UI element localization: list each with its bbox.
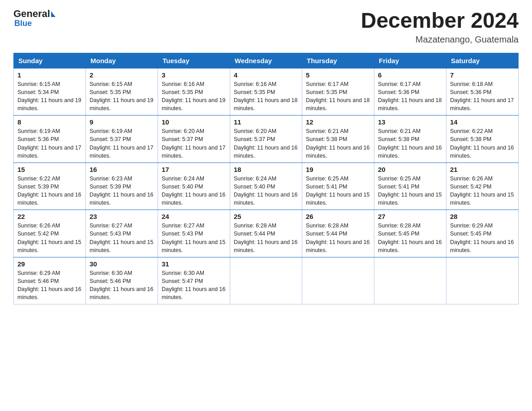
day-number: 4 [234, 71, 298, 79]
logo-general-text: General [13, 9, 50, 19]
day-info: Sunrise: 6:20 AMSunset: 5:37 PMDaylight:… [234, 128, 297, 158]
day-number: 19 [306, 166, 370, 173]
logo-area: General Blue [13, 9, 56, 28]
day-number: 23 [90, 213, 154, 220]
calendar-week-3: 15Sunrise: 6:22 AMSunset: 5:39 PMDayligh… [14, 163, 519, 210]
logo-blue-text: Blue [13, 19, 32, 28]
day-info: Sunrise: 6:28 AMSunset: 5:45 PMDaylight:… [378, 223, 442, 253]
day-number: 31 [162, 260, 226, 268]
day-info: Sunrise: 6:18 AMSunset: 5:36 PMDaylight:… [450, 81, 514, 111]
day-number: 3 [162, 71, 226, 79]
weekday-header-wednesday: Wednesday [230, 53, 302, 68]
day-number: 7 [450, 71, 515, 79]
page-header: General Blue December 2024 Mazatenango, … [13, 9, 519, 45]
day-info: Sunrise: 6:19 AMSunset: 5:36 PMDaylight:… [17, 128, 81, 158]
day-number: 20 [378, 166, 442, 173]
calendar-cell: 11Sunrise: 6:20 AMSunset: 5:37 PMDayligh… [230, 116, 302, 163]
day-number: 26 [306, 213, 370, 220]
calendar-cell: 23Sunrise: 6:27 AMSunset: 5:43 PMDayligh… [86, 210, 158, 257]
calendar-cell [302, 257, 374, 304]
calendar-cell: 12Sunrise: 6:21 AMSunset: 5:38 PMDayligh… [302, 116, 374, 163]
calendar-cell: 9Sunrise: 6:19 AMSunset: 5:37 PMDaylight… [86, 116, 158, 163]
day-number: 22 [17, 213, 82, 220]
day-number: 27 [378, 213, 442, 220]
day-info: Sunrise: 6:30 AMSunset: 5:47 PMDaylight:… [162, 270, 225, 300]
day-number: 21 [450, 166, 515, 173]
calendar-cell: 14Sunrise: 6:22 AMSunset: 5:38 PMDayligh… [446, 116, 519, 163]
calendar-cell: 31Sunrise: 6:30 AMSunset: 5:47 PMDayligh… [158, 257, 230, 304]
day-number: 18 [234, 166, 298, 173]
calendar-cell: 5Sunrise: 6:17 AMSunset: 5:35 PMDaylight… [302, 68, 374, 116]
day-number: 25 [234, 213, 298, 220]
calendar-cell [446, 257, 519, 304]
month-title: December 2024 [361, 9, 519, 33]
calendar-cell: 2Sunrise: 6:15 AMSunset: 5:35 PMDaylight… [86, 68, 158, 116]
day-info: Sunrise: 6:17 AMSunset: 5:36 PMDaylight:… [378, 81, 442, 111]
calendar-cell [230, 257, 302, 304]
day-info: Sunrise: 6:27 AMSunset: 5:43 PMDaylight:… [90, 223, 153, 253]
logo: General [13, 9, 56, 19]
calendar-cell: 7Sunrise: 6:18 AMSunset: 5:36 PMDaylight… [446, 68, 519, 116]
day-number: 13 [378, 118, 442, 126]
day-number: 24 [162, 213, 226, 220]
calendar-cell: 18Sunrise: 6:24 AMSunset: 5:40 PMDayligh… [230, 163, 302, 210]
calendar-cell: 19Sunrise: 6:25 AMSunset: 5:41 PMDayligh… [302, 163, 374, 210]
day-number: 17 [162, 166, 226, 173]
weekday-header-sunday: Sunday [14, 53, 86, 68]
calendar-cell: 28Sunrise: 6:29 AMSunset: 5:45 PMDayligh… [446, 210, 519, 257]
day-number: 9 [90, 118, 154, 126]
weekday-header-row: SundayMondayTuesdayWednesdayThursdayFrid… [14, 53, 519, 68]
day-info: Sunrise: 6:29 AMSunset: 5:46 PMDaylight:… [17, 270, 81, 300]
calendar-cell: 13Sunrise: 6:21 AMSunset: 5:38 PMDayligh… [374, 116, 446, 163]
day-info: Sunrise: 6:22 AMSunset: 5:39 PMDaylight:… [17, 176, 81, 206]
calendar-cell: 21Sunrise: 6:26 AMSunset: 5:42 PMDayligh… [446, 163, 519, 210]
calendar-cell: 24Sunrise: 6:27 AMSunset: 5:43 PMDayligh… [158, 210, 230, 257]
calendar-cell: 27Sunrise: 6:28 AMSunset: 5:45 PMDayligh… [374, 210, 446, 257]
day-info: Sunrise: 6:15 AMSunset: 5:34 PMDaylight:… [17, 81, 81, 111]
weekday-header-tuesday: Tuesday [158, 53, 230, 68]
day-info: Sunrise: 6:28 AMSunset: 5:44 PMDaylight:… [306, 223, 369, 253]
day-info: Sunrise: 6:24 AMSunset: 5:40 PMDaylight:… [162, 176, 225, 206]
day-number: 29 [17, 260, 82, 268]
day-info: Sunrise: 6:22 AMSunset: 5:38 PMDaylight:… [450, 128, 514, 158]
day-info: Sunrise: 6:24 AMSunset: 5:40 PMDaylight:… [234, 176, 297, 206]
day-info: Sunrise: 6:25 AMSunset: 5:41 PMDaylight:… [306, 176, 369, 206]
logo-triangle-icon [51, 11, 56, 17]
calendar-week-2: 8Sunrise: 6:19 AMSunset: 5:36 PMDaylight… [14, 116, 519, 163]
day-number: 10 [162, 118, 226, 126]
location: Mazatenango, Guatemala [361, 34, 519, 45]
day-number: 5 [306, 71, 370, 79]
day-info: Sunrise: 6:23 AMSunset: 5:39 PMDaylight:… [90, 176, 153, 206]
weekday-header-thursday: Thursday [302, 53, 374, 68]
day-info: Sunrise: 6:21 AMSunset: 5:38 PMDaylight:… [306, 128, 369, 158]
day-number: 30 [90, 260, 154, 268]
day-info: Sunrise: 6:25 AMSunset: 5:41 PMDaylight:… [378, 176, 442, 206]
calendar-cell: 30Sunrise: 6:30 AMSunset: 5:46 PMDayligh… [86, 257, 158, 304]
day-info: Sunrise: 6:29 AMSunset: 5:45 PMDaylight:… [450, 223, 514, 253]
day-number: 16 [90, 166, 154, 173]
calendar-cell: 6Sunrise: 6:17 AMSunset: 5:36 PMDaylight… [374, 68, 446, 116]
calendar-cell: 1Sunrise: 6:15 AMSunset: 5:34 PMDaylight… [14, 68, 86, 116]
calendar-cell: 17Sunrise: 6:24 AMSunset: 5:40 PMDayligh… [158, 163, 230, 210]
calendar-cell: 10Sunrise: 6:20 AMSunset: 5:37 PMDayligh… [158, 116, 230, 163]
day-info: Sunrise: 6:17 AMSunset: 5:35 PMDaylight:… [306, 81, 369, 111]
calendar-cell: 20Sunrise: 6:25 AMSunset: 5:41 PMDayligh… [374, 163, 446, 210]
calendar-table: SundayMondayTuesdayWednesdayThursdayFrid… [13, 53, 519, 305]
calendar-cell: 15Sunrise: 6:22 AMSunset: 5:39 PMDayligh… [14, 163, 86, 210]
day-number: 6 [378, 71, 442, 79]
calendar-cell [374, 257, 446, 304]
calendar-week-5: 29Sunrise: 6:29 AMSunset: 5:46 PMDayligh… [14, 257, 519, 304]
calendar-cell: 8Sunrise: 6:19 AMSunset: 5:36 PMDaylight… [14, 116, 86, 163]
calendar-cell: 29Sunrise: 6:29 AMSunset: 5:46 PMDayligh… [14, 257, 86, 304]
weekday-header-saturday: Saturday [446, 53, 519, 68]
calendar-cell: 16Sunrise: 6:23 AMSunset: 5:39 PMDayligh… [86, 163, 158, 210]
calendar-cell: 22Sunrise: 6:26 AMSunset: 5:42 PMDayligh… [14, 210, 86, 257]
day-info: Sunrise: 6:15 AMSunset: 5:35 PMDaylight:… [90, 81, 153, 111]
day-info: Sunrise: 6:16 AMSunset: 5:35 PMDaylight:… [234, 81, 297, 111]
day-number: 2 [90, 71, 154, 79]
day-info: Sunrise: 6:21 AMSunset: 5:38 PMDaylight:… [378, 128, 442, 158]
day-info: Sunrise: 6:28 AMSunset: 5:44 PMDaylight:… [234, 223, 297, 253]
weekday-header-monday: Monday [86, 53, 158, 68]
day-info: Sunrise: 6:16 AMSunset: 5:35 PMDaylight:… [162, 81, 225, 111]
day-info: Sunrise: 6:19 AMSunset: 5:37 PMDaylight:… [90, 128, 153, 158]
